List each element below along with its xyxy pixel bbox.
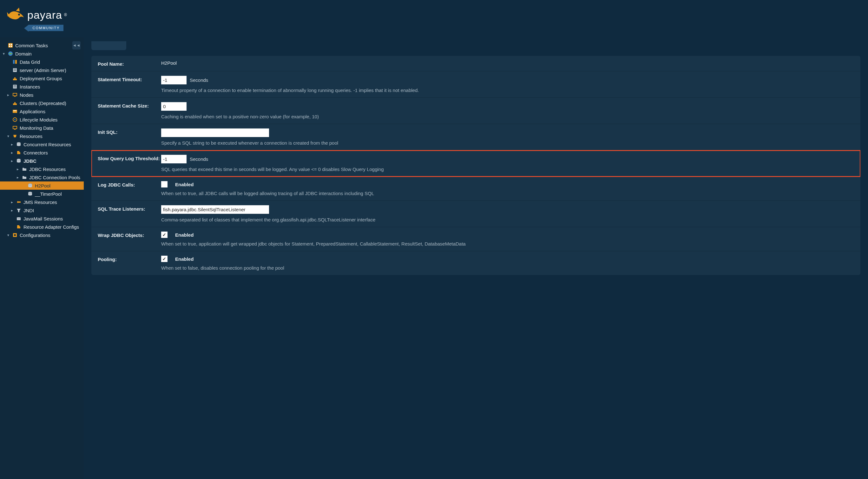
nav-item-server-admin-server-[interactable]: server (Admin Server) (0, 66, 84, 74)
help-pooling: When set to false, disables connection p… (161, 265, 854, 270)
nav-item-nodes[interactable]: ►Nodes (0, 91, 84, 99)
nav-item-resource-adapter-configs[interactable]: Resource Adapter Configs (0, 223, 84, 231)
db-icon (16, 158, 22, 164)
label-sql-trace: SQL Trace Listeners: (98, 205, 161, 212)
nav-label: Monitoring Data (20, 125, 53, 131)
nav-item-lifecycle-modules[interactable]: Lifecycle Modules (0, 116, 84, 124)
nav-label: Resources (20, 133, 42, 139)
tree-toggle-icon[interactable]: ► (16, 176, 20, 179)
nav-label: Lifecycle Modules (20, 117, 57, 123)
input-sql-trace[interactable] (161, 205, 269, 214)
row-statement-timeout: Statement Timeout: Seconds Timeout prope… (91, 71, 860, 98)
registered-mark: ® (64, 13, 67, 17)
nav-label: Common Tasks (15, 43, 48, 48)
svg-rect-5 (11, 46, 12, 47)
collapse-icon: ◄◄ (73, 43, 80, 47)
nav-item-instances[interactable]: Instances (0, 83, 84, 91)
input-init-sql[interactable] (161, 128, 269, 137)
datagrid-icon (12, 59, 18, 65)
nav-item-connectors[interactable]: ►Connectors (0, 149, 84, 157)
checkbox-log-jdbc[interactable] (161, 181, 167, 188)
tab-stub[interactable] (91, 41, 126, 50)
nav-label: Applications (20, 109, 45, 114)
config-icon (12, 232, 18, 238)
tree-toggle-icon[interactable]: ► (6, 93, 10, 97)
nav-label: Instances (20, 84, 40, 90)
tree-toggle-icon[interactable]: ▼ (2, 52, 6, 56)
svg-rect-30 (14, 129, 16, 130)
input-slow-query[interactable] (161, 155, 187, 163)
nav-label: JMS Resources (24, 199, 57, 205)
label-pool-name: Pool Name: (98, 60, 161, 67)
svg-rect-10 (13, 69, 16, 69)
svg-rect-22 (14, 102, 16, 105)
svg-point-0 (18, 13, 20, 15)
apps-icon (12, 108, 18, 114)
cluster-icon (12, 75, 18, 81)
sidebar-nav: ◄◄ Common Tasks▼DomainData Gridserver (A… (0, 37, 84, 479)
logo[interactable]: payara ® COMMUNITY (6, 6, 67, 31)
tree-toggle-icon[interactable]: ► (16, 167, 20, 171)
sidebar-collapse-button[interactable]: ◄◄ (72, 41, 81, 50)
nav-item-applications[interactable]: Applications (0, 107, 84, 116)
nav-item-configurations[interactable]: ▼Configurations (0, 231, 84, 239)
nav-label: Connectors (24, 150, 48, 155)
tree-toggle-icon[interactable]: ▼ (6, 134, 10, 138)
svg-point-41 (14, 234, 16, 236)
suffix-slow-query: Seconds (190, 156, 208, 162)
db-icon (27, 183, 33, 188)
nav-item-common-tasks[interactable]: Common Tasks (0, 41, 84, 50)
svg-rect-7 (13, 60, 14, 64)
checkbox-wrap-jdbc[interactable]: ✓ (161, 231, 167, 238)
nav-item-jdbc[interactable]: ►JDBC (0, 157, 84, 165)
label-init-sql: Init SQL: (98, 128, 161, 135)
nav-item-monitoring-data[interactable]: Monitoring Data (0, 124, 84, 132)
tree-toggle-icon[interactable]: ► (10, 159, 14, 163)
tree-toggle-icon[interactable]: ► (10, 151, 14, 155)
nav-item-javamail-sessions[interactable]: JavaMail Sessions (0, 215, 84, 223)
help-statement-timeout: Timeout property of a connection to enab… (161, 88, 854, 93)
nav-item-concurrent-resources[interactable]: ►Concurrent Resources (0, 140, 84, 149)
nav-item--timerpool[interactable]: __TimerPool (0, 190, 84, 198)
suffix-statement-timeout: Seconds (190, 77, 208, 83)
tree-toggle-icon[interactable]: ► (10, 209, 14, 212)
svg-rect-13 (14, 77, 16, 80)
svg-rect-14 (16, 79, 17, 80)
server-icon (12, 84, 18, 90)
nav-label: Clusters (Deprecated) (20, 101, 66, 106)
tree-toggle-icon[interactable]: ► (10, 143, 14, 146)
row-init-sql: Init SQL: Specify a SQL string to be exe… (91, 124, 860, 150)
fish-icon (6, 6, 25, 24)
nav-item-resources[interactable]: ▼Resources (0, 132, 84, 140)
tree-toggle-icon[interactable]: ► (10, 200, 14, 204)
nav-item-jndi[interactable]: ►JNDI (0, 206, 84, 215)
nav-item-jdbc-resources[interactable]: ►JDBC Resources (0, 165, 84, 173)
svg-rect-2 (9, 44, 10, 45)
brand-text: payara (27, 9, 62, 21)
nav-item-jms-resources[interactable]: ►JMS Resources (0, 198, 84, 206)
nav-item-clusters-deprecated-[interactable]: Clusters (Deprecated) (0, 99, 84, 107)
cblabel-wrap-jdbc: Enabled (175, 232, 193, 237)
row-wrap-jdbc: Wrap JDBC Objects: ✓ Enabled When set to… (91, 227, 860, 251)
nav-label: JDBC Connection Pools (29, 175, 80, 180)
nav-item-domain[interactable]: ▼Domain (0, 50, 84, 58)
nav-item-h2pool[interactable]: H2Pool (0, 182, 84, 190)
app-header: payara ® COMMUNITY (0, 0, 868, 37)
svg-rect-25 (13, 110, 17, 111)
input-statement-cache[interactable] (161, 102, 187, 111)
tree-toggle-icon[interactable]: ▼ (6, 233, 10, 237)
resources-icon (12, 133, 18, 139)
help-init-sql: Specify a SQL string to be executed when… (161, 140, 854, 146)
nav-label: JNDI (24, 208, 34, 213)
nav-label: JDBC Resources (29, 166, 66, 172)
folder-icon (22, 174, 27, 180)
nav-item-deployment-groups[interactable]: Deployment Groups (0, 74, 84, 83)
nav-label: Deployment Groups (20, 76, 62, 81)
svg-rect-20 (14, 96, 16, 97)
connection-pool-form: Pool Name: H2Pool Statement Timeout: Sec… (91, 56, 860, 275)
input-statement-timeout[interactable] (161, 76, 187, 84)
server-icon (12, 67, 18, 73)
nav-item-jdbc-connection-pools[interactable]: ►JDBC Connection Pools (0, 173, 84, 182)
checkbox-pooling[interactable]: ✓ (161, 256, 167, 262)
nav-item-data-grid[interactable]: Data Grid (0, 58, 84, 66)
